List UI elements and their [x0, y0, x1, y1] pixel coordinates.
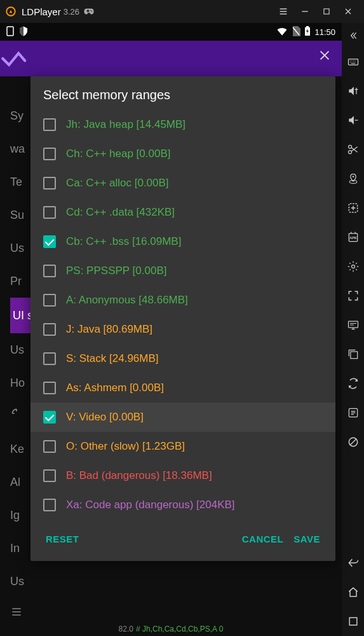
battery-icon: [304, 26, 311, 38]
app-logo-icon: [5, 6, 17, 17]
memory-range-label: O: Other (slow) [1.23GB]: [66, 440, 185, 453]
side-toolbar: APK: [342, 23, 364, 636]
checkbox[interactable]: [43, 352, 56, 365]
settings-icon[interactable]: [342, 252, 364, 281]
cancel-button[interactable]: CANCEL: [237, 529, 289, 550]
checkbox[interactable]: [43, 440, 56, 453]
memory-range-item[interactable]: V: Video [0.00B]: [30, 403, 335, 432]
memory-range-item[interactable]: PS: PPSSPP [0.00B]: [30, 256, 335, 286]
gamepad-icon[interactable]: [83, 6, 95, 17]
app-name: LDPlayer: [22, 6, 61, 17]
sync-icon[interactable]: [342, 369, 364, 398]
task-icon[interactable]: [342, 398, 364, 427]
clock: 11:50: [314, 27, 335, 37]
memory-range-item[interactable]: O: Other (slow) [1.23GB]: [30, 432, 335, 461]
memory-range-label: PS: PPSSPP [0.00B]: [66, 265, 166, 277]
footer-text: 82.0 # Jh,Ch,Ca,Cd,Cb,PS,A 0: [119, 625, 224, 633]
checkbox[interactable]: [43, 323, 56, 336]
memory-range-dialog: Select memory ranges Jh: Java heap [14.4…: [30, 76, 335, 561]
checkbox[interactable]: [43, 118, 56, 131]
checkbox[interactable]: [43, 294, 56, 307]
checkbox[interactable]: [43, 411, 56, 424]
memory-range-item[interactable]: J: Java [80.69MB]: [30, 315, 335, 344]
memory-range-label: A: Anonymous [48.66MB]: [66, 294, 188, 307]
checkbox[interactable]: [43, 265, 56, 277]
reset-button[interactable]: RESET: [41, 529, 84, 550]
checkbox[interactable]: [43, 148, 56, 160]
add-instance-icon[interactable]: [342, 193, 364, 223]
volume-down-icon[interactable]: [342, 106, 364, 135]
checkbox[interactable]: [43, 469, 56, 482]
back-icon[interactable]: [342, 548, 364, 577]
checkbox[interactable]: [43, 235, 56, 248]
memory-range-list: Jh: Java heap [14.45MB]Ch: C++ heap [0.0…: [30, 110, 335, 520]
svg-point-13: [351, 265, 354, 268]
fullscreen-icon[interactable]: [342, 281, 364, 310]
collapse-toolbar-button[interactable]: [342, 24, 364, 47]
apk-icon[interactable]: APK: [342, 223, 364, 252]
checkbox[interactable]: [43, 177, 56, 190]
svg-rect-4: [306, 26, 309, 27]
memory-range-item[interactable]: B: Bad (dangerous) [18.36MB]: [30, 461, 335, 490]
keyboard-icon[interactable]: [342, 47, 364, 76]
svg-rect-2: [7, 27, 13, 36]
orientation-icon: [6, 26, 14, 38]
menu-button[interactable]: [273, 0, 294, 23]
scissors-icon[interactable]: [342, 135, 364, 164]
memory-range-label: As: Ashmem [0.00B]: [66, 382, 164, 394]
memory-range-item[interactable]: S: Stack [24.96MB]: [30, 344, 335, 373]
memory-range-item[interactable]: Ch: C++ heap [0.00B]: [30, 139, 335, 169]
memory-range-item[interactable]: Jh: Java heap [14.45MB]: [30, 110, 335, 139]
memory-range-item[interactable]: Cd: C++ .data [432KB]: [30, 198, 335, 227]
memory-range-label: Ca: C++ alloc [0.00B]: [66, 177, 169, 190]
emulator-screen: 11:50 SywaTeSuUsPrUI setUsHoKeAlIgInUsBl…: [0, 23, 342, 636]
memory-range-label: B: Bad (dangerous) [18.36MB]: [66, 469, 212, 482]
footer-right: # Jh,Ch,Ca,Cd,Cb,PS,A 0: [136, 625, 223, 633]
app-header: [0, 41, 342, 76]
svg-text:APK: APK: [349, 236, 357, 240]
no-sim-icon: [292, 26, 300, 38]
location-icon[interactable]: [342, 164, 364, 193]
shield-icon: [18, 25, 29, 39]
svg-rect-15: [350, 352, 357, 359]
svg-rect-18: [349, 618, 357, 625]
home-icon[interactable]: [342, 577, 364, 607]
memory-range-label: Cd: C++ .data [432KB]: [66, 206, 175, 219]
memory-range-item[interactable]: As: Ashmem [0.00B]: [30, 373, 335, 403]
multi-window-icon[interactable]: [342, 340, 364, 369]
save-button[interactable]: SAVE: [288, 529, 325, 550]
memory-range-label: S: Stack [24.96MB]: [66, 352, 159, 365]
dialog-title: Select memory ranges: [30, 76, 335, 110]
close-icon[interactable]: [318, 48, 332, 66]
memory-range-label: Jh: Java heap [14.45MB]: [66, 118, 185, 131]
memory-range-label: Ch: C++ heap [0.00B]: [66, 148, 170, 160]
svg-rect-1: [324, 9, 329, 14]
svg-rect-14: [348, 321, 358, 328]
memory-range-item[interactable]: Xa: Code app (dangerous) [204KB]: [30, 490, 335, 520]
memory-range-item[interactable]: Ca: C++ alloc [0.00B]: [30, 169, 335, 198]
android-status-bar: 11:50: [0, 23, 342, 41]
minimize-button[interactable]: [294, 0, 316, 23]
memory-range-item[interactable]: A: Anonymous [48.66MB]: [30, 286, 335, 315]
close-button[interactable]: [337, 0, 359, 23]
wifi-icon: [276, 27, 288, 38]
wave-icon: [0, 47, 32, 70]
checkbox[interactable]: [43, 382, 56, 394]
volume-up-icon[interactable]: [342, 76, 364, 106]
memory-range-label: V: Video [0.00B]: [66, 411, 144, 424]
memory-range-label: Xa: Code app (dangerous) [204KB]: [66, 499, 235, 511]
recents-icon[interactable]: [342, 607, 364, 636]
memory-range-item[interactable]: Cb: C++ .bss [16.09MB]: [30, 227, 335, 256]
titlebar: LDPlayer 3.26: [0, 0, 364, 23]
memory-range-label: Cb: C++ .bss [16.09MB]: [66, 235, 181, 248]
checkbox[interactable]: [43, 499, 56, 511]
svg-point-9: [352, 176, 354, 177]
block-icon[interactable]: [342, 427, 364, 457]
app-version: 3.26: [64, 7, 79, 17]
maximize-button[interactable]: [316, 0, 337, 23]
monitor-icon[interactable]: [342, 310, 364, 340]
checkbox[interactable]: [43, 206, 56, 219]
memory-range-label: J: Java [80.69MB]: [66, 323, 152, 336]
footer-left: 82.0: [119, 625, 133, 633]
